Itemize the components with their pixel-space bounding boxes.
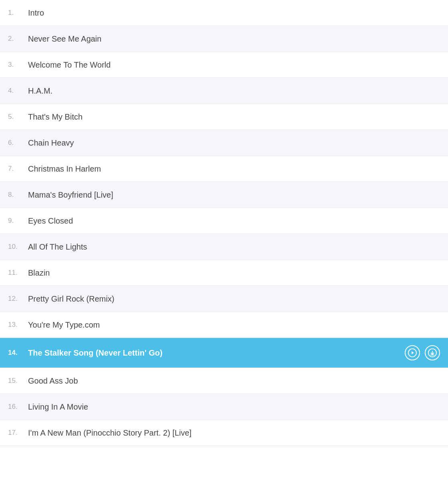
track-number: 17. — [8, 429, 28, 437]
track-title: I'm A New Man (Pinocchio Story Part. 2) … — [28, 428, 440, 438]
track-title: The Stalker Song (Never Lettin' Go) — [28, 348, 405, 358]
track-title: Welcome To The World — [28, 60, 440, 70]
track-list: 1.Intro2.Never See Me Again3.Welcome To … — [0, 0, 448, 446]
track-row[interactable]: 4.H.A.M. — [0, 78, 448, 104]
track-number: 3. — [8, 61, 28, 69]
track-number: 8. — [8, 191, 28, 199]
track-row[interactable]: 16.Living In A Movie — [0, 394, 448, 420]
svg-marker-1 — [412, 351, 414, 354]
track-row[interactable]: 9.Eyes Closed — [0, 208, 448, 234]
track-number: 15. — [8, 377, 28, 385]
track-number: 16. — [8, 403, 28, 411]
track-row[interactable]: 3.Welcome To The World — [0, 52, 448, 78]
track-number: 9. — [8, 217, 28, 225]
track-actions — [405, 345, 440, 360]
track-row[interactable]: 12.Pretty Girl Rock (Remix) — [0, 286, 448, 312]
track-row[interactable]: 13.You're My Type.com — [0, 312, 448, 338]
track-title: Chain Heavy — [28, 138, 440, 148]
track-title: All Of The Lights — [28, 242, 440, 252]
track-title: Mama's Boyfriend [Live] — [28, 190, 440, 200]
track-row[interactable]: 10.All Of The Lights — [0, 234, 448, 260]
track-title: Good Ass Job — [28, 376, 440, 386]
track-row[interactable]: 14.The Stalker Song (Never Lettin' Go) — [0, 338, 448, 368]
download-button[interactable] — [425, 345, 440, 360]
track-number: 6. — [8, 139, 28, 147]
track-row[interactable]: 5.That's My Bitch — [0, 104, 448, 130]
track-row[interactable]: 15.Good Ass Job — [0, 368, 448, 394]
track-number: 7. — [8, 165, 28, 173]
track-title: Intro — [28, 8, 440, 18]
track-title: Christmas In Harlem — [28, 164, 440, 174]
track-title: Living In A Movie — [28, 402, 440, 412]
track-number: 12. — [8, 295, 28, 303]
track-title: Never See Me Again — [28, 34, 440, 44]
track-row[interactable]: 2.Never See Me Again — [0, 26, 448, 52]
track-number: 1. — [8, 9, 28, 17]
track-row[interactable]: 6.Chain Heavy — [0, 130, 448, 156]
track-row[interactable]: 1.Intro — [0, 0, 448, 26]
track-row[interactable]: 8.Mama's Boyfriend [Live] — [0, 182, 448, 208]
play-button[interactable] — [405, 345, 420, 360]
track-row[interactable]: 7.Christmas In Harlem — [0, 156, 448, 182]
track-number: 14. — [8, 349, 28, 357]
track-number: 2. — [8, 35, 28, 43]
track-number: 4. — [8, 87, 28, 95]
track-number: 10. — [8, 243, 28, 251]
track-row[interactable]: 11.Blazin — [0, 260, 448, 286]
track-number: 5. — [8, 113, 28, 121]
track-title: You're My Type.com — [28, 320, 440, 330]
track-row[interactable]: 17.I'm A New Man (Pinocchio Story Part. … — [0, 420, 448, 446]
track-title: H.A.M. — [28, 86, 440, 96]
track-title: Blazin — [28, 268, 440, 278]
track-title: Pretty Girl Rock (Remix) — [28, 294, 440, 304]
track-number: 11. — [8, 269, 28, 277]
track-title: That's My Bitch — [28, 112, 440, 122]
track-title: Eyes Closed — [28, 216, 440, 226]
track-number: 13. — [8, 321, 28, 329]
